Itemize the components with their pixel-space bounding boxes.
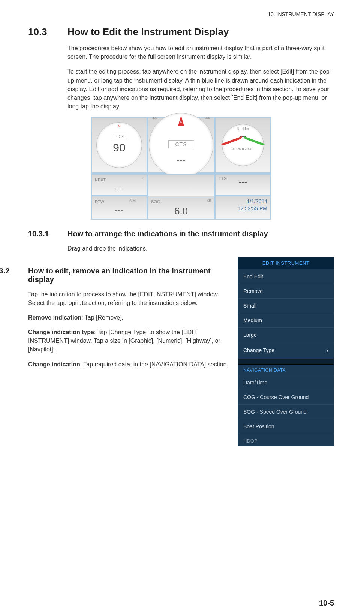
subsection-2-number: 10.3.2 xyxy=(0,267,28,284)
next-value: --- xyxy=(95,184,144,194)
date-value: 1/1/2014 xyxy=(219,198,267,205)
sog-value: 6.0 xyxy=(151,206,211,217)
instrument-display-figure: N HDG 90 330 030 N CTS --- Rudder --- xyxy=(91,117,271,220)
menu-divider xyxy=(238,358,334,364)
sog-unit: kn xyxy=(207,198,211,202)
menu-item-label: Medium xyxy=(243,317,262,323)
remove-indication-text: : Tap [Remove]. xyxy=(81,314,123,321)
page-number: 10-5 xyxy=(319,599,334,608)
section-para-1: The procedures below show you how to edi… xyxy=(67,44,334,61)
pointer-n: N xyxy=(180,120,183,124)
subsection-2-p4: Change indication: Tap required data, in… xyxy=(28,360,232,369)
dtw-value: --- xyxy=(95,206,144,215)
dtw-label: DTW xyxy=(95,200,104,204)
nav-item-cog[interactable]: COG - Course Over Ground xyxy=(238,390,334,404)
next-unit: ° xyxy=(142,176,144,181)
hdg-gauge[interactable]: N HDG 90 xyxy=(91,117,147,173)
nav-item-sog[interactable]: SOG - Speed Over Ground xyxy=(238,404,334,419)
hdg-value: 90 xyxy=(113,141,125,154)
menu-item-label: Remove xyxy=(243,288,263,294)
subsection-1-body: Drag and drop the indications. xyxy=(67,244,334,253)
subsection-2-title: 10.3.2 How to edit, remove an indication… xyxy=(0,267,232,284)
subsection-2-heading: How to edit, remove an indication in the… xyxy=(28,267,232,284)
edit-instrument-menu: EDIT INSTRUMENT End Edit Remove Small Me… xyxy=(238,257,334,446)
change-indication-text: : Tap required data, in the [NAVIGATION … xyxy=(80,361,228,368)
section-number: 10.3 xyxy=(28,26,67,38)
sog-cell[interactable]: SOG kn 6.0 xyxy=(147,196,215,219)
running-header: 10. INSTRUMENT DISPLAY xyxy=(28,11,334,17)
subsection-2-p3: Change indication type: Tap [Change Type… xyxy=(28,328,232,354)
next-label: NEXT xyxy=(95,178,106,182)
rudder-scale: 40 20 0 20 40 xyxy=(222,147,264,151)
next-cell[interactable]: NEXT ° --- xyxy=(91,174,147,196)
cts-gauge[interactable]: 330 030 N CTS --- xyxy=(147,117,215,173)
menu-item-label: COG - Course Over Ground xyxy=(243,394,309,400)
change-indication-label: Change indication xyxy=(28,361,80,368)
edit-menu-header: EDIT INSTRUMENT xyxy=(238,257,334,269)
menu-item-medium[interactable]: Medium xyxy=(238,313,334,327)
menu-item-label: HDOP xyxy=(243,438,258,444)
datetime-cell[interactable]: 1/1/2014 12:52:55 PM xyxy=(215,196,271,219)
nav-item-datetime[interactable]: Date/Time xyxy=(238,375,334,390)
menu-item-small[interactable]: Small xyxy=(238,298,334,313)
menu-item-label: Small xyxy=(243,303,256,309)
menu-item-remove[interactable]: Remove xyxy=(238,284,334,298)
ttg-cell[interactable]: TTG --- xyxy=(215,174,271,196)
ttg-label: TTG xyxy=(219,176,227,181)
dtw-cell[interactable]: DTW NM --- xyxy=(91,196,147,219)
remove-indication-label: Remove indication xyxy=(28,314,81,321)
menu-item-change-type[interactable]: Change Type › xyxy=(238,342,334,358)
menu-item-label: Date/Time xyxy=(243,380,267,386)
menu-item-large[interactable]: Large xyxy=(238,327,334,342)
compass-tick-right: 030 xyxy=(205,116,210,120)
subsection-2-p1: Tap the indication to process to show th… xyxy=(28,290,232,307)
nav-item-hdop[interactable]: HDOP xyxy=(238,434,334,446)
subsection-1-heading: How to arrange the indications in the in… xyxy=(67,230,268,238)
cts-label: CTS xyxy=(168,140,194,148)
subsection-1-title: 10.3.1 How to arrange the indications in… xyxy=(28,230,334,238)
navigation-data-header: NAVIGATION DATA xyxy=(238,364,334,375)
subsection-1-number: 10.3.1 xyxy=(28,230,67,238)
dtw-unit: NM xyxy=(129,198,136,202)
menu-item-label: End Edit xyxy=(243,273,263,279)
rudder-gauge[interactable]: Rudder --- 40 20 0 20 40 xyxy=(215,117,271,173)
time-value: 12:52:55 PM xyxy=(219,205,267,212)
menu-item-label: SOG - Speed Over Ground xyxy=(243,409,307,415)
chevron-right-icon: › xyxy=(326,346,328,354)
cts-mid-cell[interactable] xyxy=(147,174,215,196)
rudder-label: Rudder xyxy=(237,127,249,131)
menu-item-label: Boat Position xyxy=(243,423,274,429)
subsection-2-p2: Remove indication: Tap [Remove]. xyxy=(28,313,232,322)
section-para-2: To start the editing process, tap anywhe… xyxy=(67,67,334,111)
hdg-label: HDG xyxy=(111,134,127,140)
sog-label: SOG xyxy=(151,200,160,204)
section-heading: How to Edit the Instrument Display xyxy=(67,26,229,38)
nav-item-boat-position[interactable]: Boat Position xyxy=(238,419,334,434)
menu-item-label: Change Type xyxy=(243,347,274,353)
menu-item-label: Large xyxy=(243,332,257,338)
compass-pointer-icon: N xyxy=(178,116,184,126)
menu-item-end-edit[interactable]: End Edit xyxy=(238,269,334,284)
hdg-north-mark: N xyxy=(118,124,121,128)
compass-tick-left: 330 xyxy=(152,116,157,120)
cts-value: --- xyxy=(177,154,186,165)
section-title: 10.3 How to Edit the Instrument Display xyxy=(28,26,334,38)
change-type-label: Change indication type xyxy=(28,329,94,335)
